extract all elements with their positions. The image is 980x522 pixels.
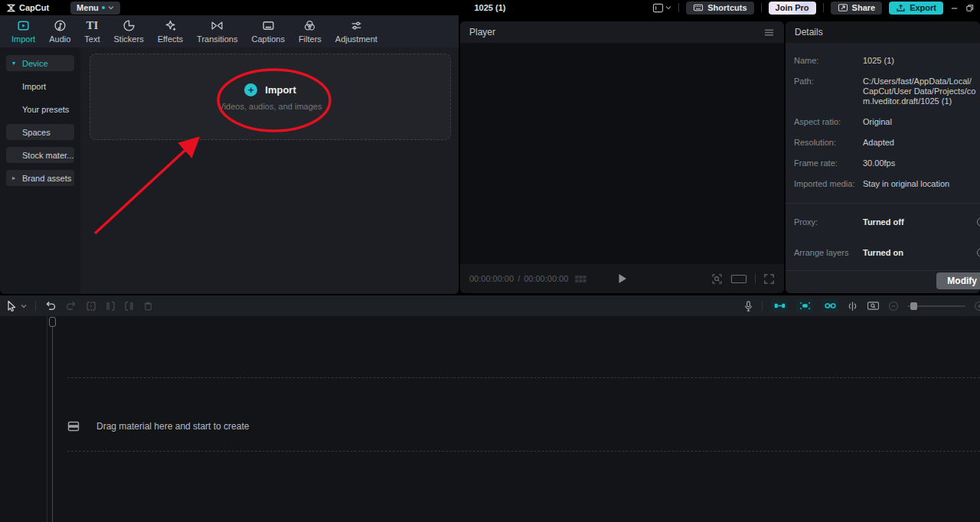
split-icon	[86, 301, 96, 312]
details-row-path: Path: C:/Users/fast/AppData/Local/CapCut…	[794, 77, 980, 106]
details-panel: Details Name: 1025 (1) Path: C:/Users/fa…	[786, 21, 980, 293]
shortcuts-label: Shortcuts	[707, 3, 746, 12]
sidebar-item-your-presets[interactable]: Your presets	[6, 101, 74, 117]
media-body: ▾ Device Import Your presets Spaces Stoc…	[0, 47, 459, 294]
import-drop-area[interactable]: + Import Videos, audios, and images	[90, 54, 451, 140]
split-button[interactable]	[86, 301, 96, 312]
plus-icon: +	[244, 83, 257, 96]
record-voiceover-button[interactable]	[743, 300, 753, 312]
media-content: + Import Videos, audios, and images	[80, 47, 459, 294]
tab-label: Import	[11, 34, 35, 44]
tab-transitions[interactable]: Transitions	[190, 19, 244, 44]
magnetic-snap-toggle[interactable]	[771, 299, 788, 312]
timeline-tools-left	[6, 300, 153, 312]
player-viewport[interactable]	[460, 43, 784, 264]
timecode-display: 00:00:00:00 / 00:00:00:00	[469, 274, 568, 283]
detail-label: Name:	[794, 56, 863, 66]
tab-label: Adjustment	[335, 34, 377, 44]
delete-right-button[interactable]	[124, 301, 135, 312]
fullscreen-button[interactable]	[763, 273, 775, 285]
import-tab-icon	[17, 19, 30, 32]
undo-button[interactable]	[44, 300, 57, 312]
link-toggle[interactable]	[822, 299, 838, 312]
tab-import[interactable]: Import	[5, 19, 42, 44]
aspect-ratio-button[interactable]	[730, 274, 747, 284]
filters-icon	[303, 19, 316, 32]
tab-text[interactable]: TI Text	[77, 19, 106, 44]
menu-badge-dot	[102, 6, 105, 9]
tab-label: Filters	[299, 34, 322, 44]
media-sidebar: ▾ Device Import Your presets Spaces Stoc…	[0, 47, 80, 294]
tab-effects[interactable]: Effects	[151, 19, 190, 44]
auto-snap-toggle[interactable]	[796, 299, 813, 312]
timeline-display-button[interactable]	[867, 301, 880, 311]
sidebar-item-brand-assets[interactable]: ▸ Brand assets	[6, 170, 74, 186]
empty-track-placeholder[interactable]: Drag material here and start to create	[67, 420, 249, 432]
select-cursor-tool[interactable]	[6, 300, 27, 312]
link-icon	[825, 302, 836, 309]
titlebar-divider	[761, 3, 762, 12]
redo-button[interactable]	[65, 300, 77, 312]
player-menu-button[interactable]	[763, 28, 775, 37]
tab-stickers[interactable]: Stickers	[107, 19, 151, 44]
effects-star-icon	[164, 19, 177, 32]
capcut-logo-text: CapCut	[19, 3, 49, 12]
minus-circle-icon	[888, 301, 899, 312]
sidebar-item-spaces[interactable]: Spaces	[6, 124, 74, 140]
share-icon	[838, 3, 848, 12]
tab-audio[interactable]: Audio	[42, 19, 77, 44]
tab-label: Stickers	[114, 34, 144, 44]
zoom-slider-handle[interactable]	[910, 302, 917, 310]
timeline-area[interactable]: Drag material here and start to create	[0, 316, 980, 522]
delete-button[interactable]	[143, 301, 153, 312]
zoom-out-button[interactable]	[888, 301, 899, 312]
preview-axis-toggle[interactable]	[847, 301, 858, 312]
player-controls-divider	[755, 274, 756, 283]
timeline-toolbar	[0, 295, 980, 316]
minimize-button[interactable]	[950, 4, 959, 12]
layout-panel-icon	[652, 3, 664, 13]
player-header: Player	[460, 21, 784, 43]
sidebar-item-stock-materials[interactable]: Stock mater...	[6, 147, 74, 163]
join-pro-label: Join Pro	[776, 3, 809, 12]
preview-axis-icon	[847, 301, 858, 312]
timeline-zoom-slider[interactable]	[907, 305, 965, 307]
detail-value: Adapted	[863, 138, 980, 148]
delete-left-button[interactable]	[105, 301, 116, 312]
playhead-line	[52, 326, 53, 522]
microphone-icon	[743, 300, 753, 312]
details-divider	[786, 203, 980, 204]
play-button[interactable]	[618, 273, 627, 284]
layout-toggle-button[interactable]	[652, 3, 671, 13]
tab-adjustment[interactable]: Adjustment	[328, 19, 384, 44]
export-button[interactable]: Export	[889, 2, 943, 15]
sparkle-block-icon	[799, 302, 811, 310]
tab-label: Captions	[251, 34, 284, 44]
tab-filters[interactable]: Filters	[292, 19, 328, 44]
maximize-button[interactable]	[965, 4, 974, 12]
details-row-frame-rate: Frame rate: 30.00fps	[794, 158, 980, 168]
join-pro-button[interactable]: Join Pro	[769, 2, 816, 15]
fit-screen-button[interactable]	[711, 273, 723, 285]
zoom-in-button[interactable]	[974, 301, 980, 312]
sidebar-item-import[interactable]: Import	[6, 78, 74, 94]
player-right-controls	[711, 273, 775, 285]
magnet-icon	[774, 302, 786, 309]
redo-icon	[65, 300, 77, 312]
playhead-handle[interactable]	[49, 317, 56, 327]
titlebar: CapCut Menu 1025 (1) Shortcuts Join Pro	[0, 0, 980, 15]
frame-grid-icon[interactable]	[574, 275, 587, 283]
titlebar-actions: Shortcuts Join Pro Share Export	[652, 2, 974, 15]
transitions-icon	[211, 19, 224, 32]
sidebar-item-label: Brand assets	[22, 174, 71, 183]
share-button[interactable]: Share	[831, 2, 883, 15]
menu-button[interactable]: Menu	[70, 2, 120, 15]
import-cta[interactable]: + Import	[244, 83, 296, 96]
undo-icon	[44, 300, 57, 312]
text-icon: TI	[87, 19, 99, 32]
tab-captions[interactable]: Captions	[244, 19, 291, 44]
shortcuts-button[interactable]: Shortcuts	[686, 2, 753, 15]
titlebar-divider	[823, 3, 824, 12]
modify-button[interactable]: Modify	[936, 272, 980, 289]
sidebar-item-device[interactable]: ▾ Device	[6, 55, 74, 71]
